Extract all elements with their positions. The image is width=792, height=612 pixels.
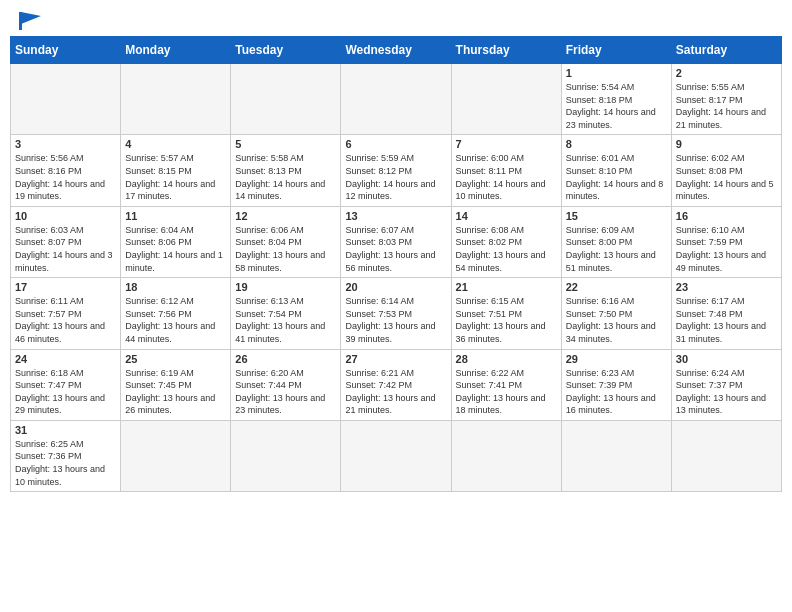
day-number: 29 bbox=[566, 353, 667, 365]
day-number: 18 bbox=[125, 281, 226, 293]
calendar-week-row-1: 1Sunrise: 5:54 AM Sunset: 8:18 PM Daylig… bbox=[11, 64, 782, 135]
day-number: 8 bbox=[566, 138, 667, 150]
calendar-cell-4-1: 17Sunrise: 6:11 AM Sunset: 7:57 PM Dayli… bbox=[11, 278, 121, 349]
day-info: Sunrise: 6:22 AM Sunset: 7:41 PM Dayligh… bbox=[456, 367, 557, 417]
calendar-cell-1-4 bbox=[341, 64, 451, 135]
weekday-header-tuesday: Tuesday bbox=[231, 37, 341, 64]
day-number: 22 bbox=[566, 281, 667, 293]
calendar-cell-2-2: 4Sunrise: 5:57 AM Sunset: 8:15 PM Daylig… bbox=[121, 135, 231, 206]
calendar-cell-3-1: 10Sunrise: 6:03 AM Sunset: 8:07 PM Dayli… bbox=[11, 206, 121, 277]
day-info: Sunrise: 5:55 AM Sunset: 8:17 PM Dayligh… bbox=[676, 81, 777, 131]
day-info: Sunrise: 6:19 AM Sunset: 7:45 PM Dayligh… bbox=[125, 367, 226, 417]
day-info: Sunrise: 6:14 AM Sunset: 7:53 PM Dayligh… bbox=[345, 295, 446, 345]
day-info: Sunrise: 6:17 AM Sunset: 7:48 PM Dayligh… bbox=[676, 295, 777, 345]
calendar-cell-3-4: 13Sunrise: 6:07 AM Sunset: 8:03 PM Dayli… bbox=[341, 206, 451, 277]
calendar-cell-4-6: 22Sunrise: 6:16 AM Sunset: 7:50 PM Dayli… bbox=[561, 278, 671, 349]
day-info: Sunrise: 6:01 AM Sunset: 8:10 PM Dayligh… bbox=[566, 152, 667, 202]
calendar-cell-6-4 bbox=[341, 420, 451, 491]
weekday-header-sunday: Sunday bbox=[11, 37, 121, 64]
calendar-cell-6-7 bbox=[671, 420, 781, 491]
day-number: 9 bbox=[676, 138, 777, 150]
day-number: 7 bbox=[456, 138, 557, 150]
day-number: 17 bbox=[15, 281, 116, 293]
day-info: Sunrise: 5:58 AM Sunset: 8:13 PM Dayligh… bbox=[235, 152, 336, 202]
svg-rect-1 bbox=[19, 12, 22, 30]
day-info: Sunrise: 6:15 AM Sunset: 7:51 PM Dayligh… bbox=[456, 295, 557, 345]
day-number: 31 bbox=[15, 424, 116, 436]
weekday-header-wednesday: Wednesday bbox=[341, 37, 451, 64]
svg-marker-0 bbox=[21, 12, 41, 24]
day-number: 27 bbox=[345, 353, 446, 365]
weekday-header-friday: Friday bbox=[561, 37, 671, 64]
calendar-week-row-6: 31Sunrise: 6:25 AM Sunset: 7:36 PM Dayli… bbox=[11, 420, 782, 491]
calendar-cell-2-5: 7Sunrise: 6:00 AM Sunset: 8:11 PM Daylig… bbox=[451, 135, 561, 206]
day-info: Sunrise: 6:07 AM Sunset: 8:03 PM Dayligh… bbox=[345, 224, 446, 274]
day-info: Sunrise: 6:16 AM Sunset: 7:50 PM Dayligh… bbox=[566, 295, 667, 345]
day-info: Sunrise: 6:13 AM Sunset: 7:54 PM Dayligh… bbox=[235, 295, 336, 345]
calendar-cell-3-5: 14Sunrise: 6:08 AM Sunset: 8:02 PM Dayli… bbox=[451, 206, 561, 277]
calendar-cell-3-6: 15Sunrise: 6:09 AM Sunset: 8:00 PM Dayli… bbox=[561, 206, 671, 277]
calendar-cell-4-7: 23Sunrise: 6:17 AM Sunset: 7:48 PM Dayli… bbox=[671, 278, 781, 349]
calendar-week-row-5: 24Sunrise: 6:18 AM Sunset: 7:47 PM Dayli… bbox=[11, 349, 782, 420]
calendar-cell-2-1: 3Sunrise: 5:56 AM Sunset: 8:16 PM Daylig… bbox=[11, 135, 121, 206]
weekday-header-monday: Monday bbox=[121, 37, 231, 64]
calendar-cell-2-4: 6Sunrise: 5:59 AM Sunset: 8:12 PM Daylig… bbox=[341, 135, 451, 206]
calendar-cell-3-2: 11Sunrise: 6:04 AM Sunset: 8:06 PM Dayli… bbox=[121, 206, 231, 277]
day-info: Sunrise: 6:03 AM Sunset: 8:07 PM Dayligh… bbox=[15, 224, 116, 274]
day-info: Sunrise: 6:20 AM Sunset: 7:44 PM Dayligh… bbox=[235, 367, 336, 417]
day-number: 3 bbox=[15, 138, 116, 150]
day-number: 25 bbox=[125, 353, 226, 365]
day-number: 20 bbox=[345, 281, 446, 293]
calendar-cell-4-4: 20Sunrise: 6:14 AM Sunset: 7:53 PM Dayli… bbox=[341, 278, 451, 349]
calendar-week-row-3: 10Sunrise: 6:03 AM Sunset: 8:07 PM Dayli… bbox=[11, 206, 782, 277]
day-info: Sunrise: 5:56 AM Sunset: 8:16 PM Dayligh… bbox=[15, 152, 116, 202]
day-info: Sunrise: 6:06 AM Sunset: 8:04 PM Dayligh… bbox=[235, 224, 336, 274]
day-number: 6 bbox=[345, 138, 446, 150]
calendar-cell-5-1: 24Sunrise: 6:18 AM Sunset: 7:47 PM Dayli… bbox=[11, 349, 121, 420]
day-number: 4 bbox=[125, 138, 226, 150]
day-info: Sunrise: 6:00 AM Sunset: 8:11 PM Dayligh… bbox=[456, 152, 557, 202]
day-number: 13 bbox=[345, 210, 446, 222]
calendar-cell-5-4: 27Sunrise: 6:21 AM Sunset: 7:42 PM Dayli… bbox=[341, 349, 451, 420]
day-info: Sunrise: 6:02 AM Sunset: 8:08 PM Dayligh… bbox=[676, 152, 777, 202]
day-number: 5 bbox=[235, 138, 336, 150]
logo bbox=[14, 10, 45, 28]
calendar-cell-6-1: 31Sunrise: 6:25 AM Sunset: 7:36 PM Dayli… bbox=[11, 420, 121, 491]
day-number: 23 bbox=[676, 281, 777, 293]
calendar-cell-4-3: 19Sunrise: 6:13 AM Sunset: 7:54 PM Dayli… bbox=[231, 278, 341, 349]
calendar-cell-1-5 bbox=[451, 64, 561, 135]
calendar-cell-3-7: 16Sunrise: 6:10 AM Sunset: 7:59 PM Dayli… bbox=[671, 206, 781, 277]
day-info: Sunrise: 6:08 AM Sunset: 8:02 PM Dayligh… bbox=[456, 224, 557, 274]
day-info: Sunrise: 6:21 AM Sunset: 7:42 PM Dayligh… bbox=[345, 367, 446, 417]
day-info: Sunrise: 6:12 AM Sunset: 7:56 PM Dayligh… bbox=[125, 295, 226, 345]
calendar-cell-1-7: 2Sunrise: 5:55 AM Sunset: 8:17 PM Daylig… bbox=[671, 64, 781, 135]
calendar-cell-1-3 bbox=[231, 64, 341, 135]
day-info: Sunrise: 6:10 AM Sunset: 7:59 PM Dayligh… bbox=[676, 224, 777, 274]
calendar-cell-3-3: 12Sunrise: 6:06 AM Sunset: 8:04 PM Dayli… bbox=[231, 206, 341, 277]
calendar-cell-5-3: 26Sunrise: 6:20 AM Sunset: 7:44 PM Dayli… bbox=[231, 349, 341, 420]
day-number: 10 bbox=[15, 210, 116, 222]
day-info: Sunrise: 5:57 AM Sunset: 8:15 PM Dayligh… bbox=[125, 152, 226, 202]
calendar-week-row-4: 17Sunrise: 6:11 AM Sunset: 7:57 PM Dayli… bbox=[11, 278, 782, 349]
weekday-header-saturday: Saturday bbox=[671, 37, 781, 64]
day-number: 19 bbox=[235, 281, 336, 293]
calendar-cell-2-3: 5Sunrise: 5:58 AM Sunset: 8:13 PM Daylig… bbox=[231, 135, 341, 206]
day-number: 16 bbox=[676, 210, 777, 222]
day-info: Sunrise: 6:24 AM Sunset: 7:37 PM Dayligh… bbox=[676, 367, 777, 417]
calendar-week-row-2: 3Sunrise: 5:56 AM Sunset: 8:16 PM Daylig… bbox=[11, 135, 782, 206]
day-info: Sunrise: 5:54 AM Sunset: 8:18 PM Dayligh… bbox=[566, 81, 667, 131]
day-number: 21 bbox=[456, 281, 557, 293]
day-number: 15 bbox=[566, 210, 667, 222]
day-number: 2 bbox=[676, 67, 777, 79]
day-number: 30 bbox=[676, 353, 777, 365]
calendar-cell-1-6: 1Sunrise: 5:54 AM Sunset: 8:18 PM Daylig… bbox=[561, 64, 671, 135]
calendar-table: SundayMondayTuesdayWednesdayThursdayFrid… bbox=[10, 36, 782, 492]
weekday-header-row: SundayMondayTuesdayWednesdayThursdayFrid… bbox=[11, 37, 782, 64]
day-info: Sunrise: 6:23 AM Sunset: 7:39 PM Dayligh… bbox=[566, 367, 667, 417]
calendar-cell-1-1 bbox=[11, 64, 121, 135]
day-number: 12 bbox=[235, 210, 336, 222]
day-info: Sunrise: 6:25 AM Sunset: 7:36 PM Dayligh… bbox=[15, 438, 116, 488]
day-number: 26 bbox=[235, 353, 336, 365]
day-info: Sunrise: 6:11 AM Sunset: 7:57 PM Dayligh… bbox=[15, 295, 116, 345]
calendar-cell-4-2: 18Sunrise: 6:12 AM Sunset: 7:56 PM Dayli… bbox=[121, 278, 231, 349]
